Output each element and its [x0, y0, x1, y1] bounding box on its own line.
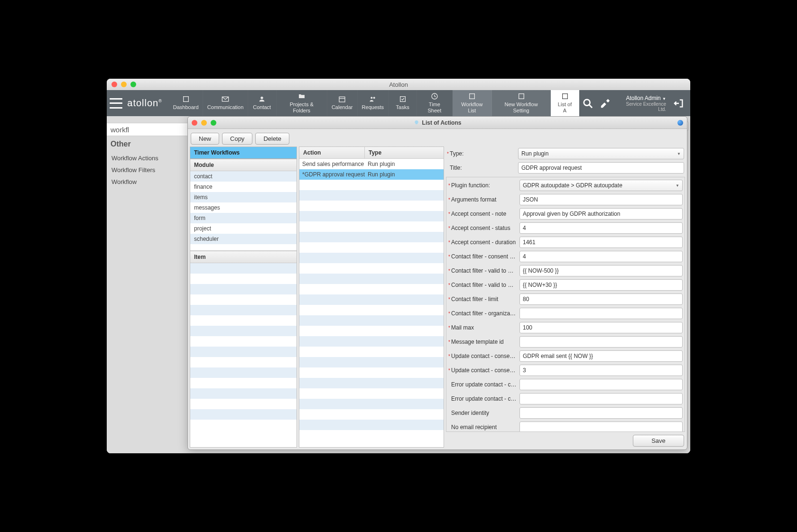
nav-item-3[interactable]: Projects & Folders	[277, 90, 327, 116]
action-row[interactable]	[299, 367, 444, 378]
module-row[interactable]: items	[190, 192, 297, 202]
field-input[interactable]	[519, 350, 683, 362]
field-input[interactable]	[519, 322, 683, 333]
action-row[interactable]	[299, 357, 444, 367]
logout-icon[interactable]	[670, 90, 687, 116]
action-row[interactable]	[299, 221, 444, 232]
save-button[interactable]: Save	[633, 435, 684, 447]
item-row[interactable]	[190, 409, 297, 420]
action-row[interactable]	[299, 180, 444, 190]
timer-workflows-pane: Timer Workflows Module contactfinanceite…	[190, 147, 297, 448]
action-row[interactable]	[299, 347, 444, 357]
item-row[interactable]	[190, 420, 297, 430]
nav-item-1[interactable]: Communication	[203, 90, 248, 116]
field-input[interactable]	[519, 251, 683, 262]
item-row[interactable]	[190, 336, 297, 347]
action-row[interactable]	[299, 263, 444, 274]
nav-item-6[interactable]: Tasks	[389, 90, 417, 116]
nav-item-5[interactable]: Requests	[358, 90, 389, 116]
action-row[interactable]	[299, 409, 444, 420]
item-row[interactable]	[190, 274, 297, 284]
action-row[interactable]: Send sales performance reRun plugin	[299, 159, 444, 169]
module-row[interactable]: contact	[190, 171, 297, 182]
action-row[interactable]	[299, 232, 444, 242]
action-row[interactable]	[299, 315, 444, 326]
module-row[interactable]: messages	[190, 202, 297, 213]
item-row[interactable]	[190, 357, 297, 367]
action-row[interactable]	[299, 336, 444, 347]
field-input[interactable]	[519, 422, 683, 432]
title-input[interactable]	[518, 162, 684, 174]
item-row[interactable]	[190, 294, 297, 305]
brand-logo: atollon®	[127, 98, 162, 109]
field-input[interactable]	[519, 194, 683, 205]
item-row[interactable]	[190, 305, 297, 315]
item-row[interactable]	[190, 347, 297, 357]
field-label: No email recipient	[448, 424, 517, 431]
action-row[interactable]	[299, 274, 444, 284]
action-row[interactable]	[299, 284, 444, 294]
lightbulb-icon	[414, 120, 419, 126]
field-input[interactable]	[519, 265, 683, 276]
action-row[interactable]	[299, 190, 444, 201]
action-row[interactable]	[299, 420, 444, 430]
inner-titlebar: List of Actions	[188, 117, 687, 129]
new-button[interactable]: New	[191, 133, 219, 145]
field-select[interactable]: GDPR autoupdate > GDPR autoupdate	[519, 180, 683, 191]
nav-item-0[interactable]: Dashboard	[169, 90, 204, 116]
action-row[interactable]	[299, 242, 444, 253]
nav-item-9[interactable]: New Workflow Setting	[492, 90, 551, 116]
field-input[interactable]	[519, 208, 683, 220]
action-row[interactable]	[299, 399, 444, 409]
field-input[interactable]	[519, 279, 683, 291]
action-row[interactable]	[299, 305, 444, 315]
item-row[interactable]	[190, 284, 297, 294]
item-row[interactable]	[190, 367, 297, 378]
item-row[interactable]	[190, 399, 297, 409]
module-row[interactable]: scheduler	[190, 234, 297, 244]
action-row[interactable]	[299, 211, 444, 221]
sidebar-item-1[interactable]: Workflow Filters	[111, 164, 186, 176]
module-row[interactable]: form	[190, 213, 297, 223]
menu-icon[interactable]	[110, 98, 122, 109]
detail-pane: Type: Run plugin Title: Plugin function:…	[446, 147, 685, 448]
item-row[interactable]	[190, 388, 297, 399]
nav-item-2[interactable]: Contact	[248, 90, 277, 116]
action-row[interactable]	[299, 294, 444, 305]
copy-button[interactable]: Copy	[222, 133, 252, 145]
module-row[interactable]: project	[190, 223, 297, 234]
field-input[interactable]	[519, 365, 683, 376]
nav-item-4[interactable]: Calendar	[327, 90, 358, 116]
item-row[interactable]	[190, 315, 297, 326]
field-input[interactable]	[519, 294, 683, 305]
action-row[interactable]	[299, 388, 444, 399]
actions-window: List of Actions New Copy Delete Timer Wo…	[187, 116, 687, 450]
action-row[interactable]	[299, 253, 444, 263]
field-input[interactable]	[519, 237, 683, 248]
tools-icon[interactable]	[597, 90, 614, 116]
action-row[interactable]	[299, 326, 444, 336]
user-block[interactable]: Atollon Admin ▼ Service Excellence Ltd.	[614, 95, 670, 112]
type-select[interactable]: Run plugin	[518, 148, 684, 159]
nav-item-10[interactable]: List of A	[551, 90, 579, 116]
delete-button[interactable]: Delete	[255, 133, 289, 145]
sidebar-item-0[interactable]: Workflow Actions	[111, 152, 186, 164]
field-input[interactable]	[519, 336, 683, 348]
field-input[interactable]	[519, 407, 683, 419]
item-row[interactable]	[190, 326, 297, 336]
nav-item-8[interactable]: Workflow List	[453, 90, 492, 116]
action-row[interactable]	[299, 201, 444, 211]
search-icon[interactable]	[579, 90, 597, 116]
field-input[interactable]	[519, 379, 683, 390]
action-row[interactable]	[299, 378, 444, 388]
action-row[interactable]: *GDPR approval requestRun plugin	[299, 169, 444, 180]
module-row[interactable]: finance	[190, 182, 297, 192]
nav-item-7[interactable]: Time Sheet	[417, 90, 453, 116]
sidebar-heading: Other	[111, 140, 186, 148]
item-row[interactable]	[190, 378, 297, 388]
field-input[interactable]	[519, 222, 683, 234]
field-input[interactable]	[519, 308, 683, 319]
item-row[interactable]	[190, 263, 297, 274]
sidebar-item-2[interactable]: Workflow	[111, 176, 186, 188]
field-input[interactable]	[519, 393, 683, 404]
